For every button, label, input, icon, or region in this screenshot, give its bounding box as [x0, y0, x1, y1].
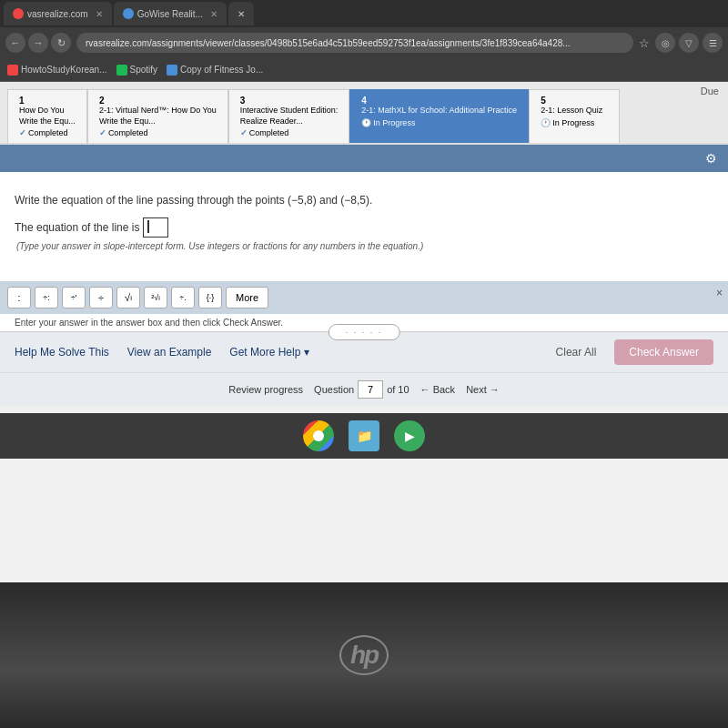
tab-4-status-label: In Progress — [373, 118, 415, 127]
tab-3-status: ✓ Completed — [240, 128, 339, 137]
bookmark-howto[interactable]: HowtoStudyKorean... — [7, 65, 107, 76]
refresh-button[interactable]: ↻ — [51, 33, 71, 53]
browser-icon-1[interactable]: ◎ — [655, 33, 675, 53]
bookmark-spotify[interactable]: Spotify — [116, 65, 158, 76]
answer-input-box[interactable] — [143, 217, 168, 238]
review-progress-link[interactable]: Review progress — [228, 384, 303, 395]
assignment-tab-1[interactable]: 1 How Do YouWrite the Equ... ✓ Completed — [7, 89, 87, 143]
tab-4-title: 2-1: MathXL for School: Additional Pract… — [361, 106, 517, 116]
math-btn-sqrt[interactable]: √i — [116, 287, 140, 308]
tab-1-status-label: Completed — [28, 128, 68, 137]
check-icon-1: ✓ — [19, 128, 26, 137]
tab-1-status: ✓ Completed — [19, 128, 76, 137]
answer-prefix: The equation of the line is — [15, 221, 139, 234]
laptop-screen: vasrealize.com ✕ GoWise Realit... ✕ ✕ ← … — [0, 0, 728, 582]
more-math-button[interactable]: More — [226, 287, 268, 308]
bookmark-howto-icon — [7, 65, 18, 76]
os-taskbar: 📁 ▶ — [0, 413, 728, 459]
bookmarks-bar: HowtoStudyKorean... Spotify Copy of Fitn… — [0, 58, 728, 82]
tab-1-num: 1 — [19, 96, 25, 106]
math-btn-dot[interactable]: ÷. — [171, 287, 195, 308]
answer-line: The equation of the line is — [15, 217, 713, 238]
tab-5-title: 2-1: Lesson Quiz — [541, 106, 608, 116]
question-text: Write the equation of the line passing t… — [15, 192, 713, 208]
question-number-input[interactable] — [358, 380, 383, 399]
assignment-tabs: 1 How Do YouWrite the Equ... ✓ Completed… — [0, 82, 728, 145]
tab-2-status: ✓ Completed — [99, 128, 217, 137]
gear-icon[interactable]: ⚙ — [705, 151, 717, 166]
due-label: Due — [701, 86, 719, 96]
assignment-tab-5[interactable]: 5 2-1: Lesson Quiz 🕐 In Progress — [529, 89, 620, 143]
bookmark-spotify-icon — [116, 65, 127, 76]
browser-icons: ◎ ▽ ☰ — [655, 33, 723, 53]
tab-5-status: 🕐 In Progress — [541, 118, 608, 127]
tab-bar: vasrealize.com ✕ GoWise Realit... ✕ ✕ — [0, 0, 728, 27]
clock-icon-4: 🕐 — [361, 118, 371, 127]
taskbar-play-icon[interactable]: ▶ — [394, 420, 425, 451]
bookmark-star-icon[interactable]: ☆ — [639, 36, 650, 50]
back-nav-button[interactable]: ← — [5, 33, 25, 53]
tab-3-title: Interactive Student Edition:Realize Read… — [240, 106, 339, 126]
math-toolbar-close-icon[interactable]: × — [716, 287, 723, 299]
help-me-solve-link[interactable]: Help Me Solve This — [15, 346, 109, 359]
tab-4-status: 🕐 In Progress — [361, 118, 517, 127]
total-questions: of 10 — [387, 384, 409, 395]
hint-text: (Type your answer in slope-intercept for… — [16, 241, 713, 251]
bookmark-fitness-icon — [167, 65, 177, 76]
browser-tab-2[interactable]: GoWise Realit... ✕ — [114, 2, 227, 25]
assignment-tab-3[interactable]: 3 Interactive Student Edition:Realize Re… — [228, 89, 350, 143]
math-btn-frac2[interactable]: ÷' — [62, 287, 86, 308]
browser-tab-3[interactable]: ✕ — [228, 2, 254, 25]
tab-label-3: ✕ — [238, 9, 245, 19]
tab-2-status-label: Completed — [108, 128, 148, 137]
math-btn-frac[interactable]: ÷: — [35, 287, 58, 308]
clock-icon-5: 🕐 — [541, 118, 551, 127]
math-btn-colon[interactable]: : — [7, 287, 31, 308]
tab-2-title: 2-1: Virtual Nerd™: How Do YouWrite the … — [99, 106, 217, 126]
bookmark-fitness-label: Copy of Fitness Jo... — [180, 65, 263, 75]
cursor-indicator — [147, 220, 149, 233]
clear-all-button[interactable]: Clear All — [556, 346, 597, 359]
browser-tab-1[interactable]: vasrealize.com ✕ — [4, 2, 112, 25]
bookmark-howto-label: HowtoStudyKorean... — [21, 65, 107, 75]
tab-4-num: 4 — [361, 96, 367, 106]
math-btn-braces[interactable]: {·} — [198, 287, 222, 308]
hp-logo: hp — [339, 635, 389, 675]
check-answer-button[interactable]: Check Answer — [614, 339, 713, 365]
get-more-help-link[interactable]: Get More Help ▾ — [229, 346, 308, 359]
question-header: ⚙ — [0, 145, 728, 172]
forward-nav-button[interactable]: → — [28, 33, 48, 53]
address-input[interactable] — [76, 33, 633, 53]
tab-close-2[interactable]: ✕ — [210, 9, 217, 19]
math-toolbar: : ÷: ÷' ÷ √i ²√i ÷. {·} More × — [0, 281, 728, 314]
tab-favicon-1 — [13, 8, 24, 19]
view-example-link[interactable]: View an Example — [127, 346, 212, 359]
check-icon-3: ✓ — [240, 128, 248, 137]
question-label: Question — [314, 384, 354, 395]
laptop-bottom: hp — [0, 582, 728, 728]
content-area: Due 1 How Do YouWrite the Equ... ✓ Compl… — [0, 82, 728, 582]
check-icon-2: ✓ — [99, 128, 106, 137]
browser-icon-2[interactable]: ▽ — [679, 33, 699, 53]
tab-close-1[interactable]: ✕ — [96, 9, 103, 19]
next-button[interactable]: Next → — [466, 384, 500, 395]
bookmark-fitness[interactable]: Copy of Fitness Jo... — [167, 65, 263, 76]
tab-1-title: How Do YouWrite the Equ... — [19, 106, 76, 126]
back-button[interactable]: ← Back — [420, 384, 456, 395]
assignment-tab-4[interactable]: 4 2-1: MathXL for School: Additional Pra… — [349, 89, 529, 143]
tab-label-1: vasrealize.com — [27, 9, 88, 19]
tab-3-num: 3 — [240, 96, 246, 106]
browser-icon-3[interactable]: ☰ — [703, 33, 723, 53]
question-area: ⚙ · · · · · Write the equation of the li… — [0, 145, 728, 281]
tab-5-status-label: In Progress — [552, 118, 594, 127]
tab-2-num: 2 — [99, 96, 105, 106]
assignment-tab-2[interactable]: 2 2-1: Virtual Nerd™: How Do YouWrite th… — [87, 89, 228, 143]
taskbar-files-icon[interactable]: 📁 — [349, 420, 379, 451]
tab-favicon-2 — [123, 8, 134, 19]
tab-label-2: GoWise Realit... — [137, 9, 203, 19]
math-btn-nsqrt[interactable]: ²√i — [144, 287, 167, 308]
math-btn-div[interactable]: ÷ — [89, 287, 113, 308]
bookmark-spotify-label: Spotify — [130, 65, 158, 75]
taskbar-chrome-icon[interactable] — [303, 420, 334, 451]
scroll-hint: · · · · · — [329, 324, 400, 340]
